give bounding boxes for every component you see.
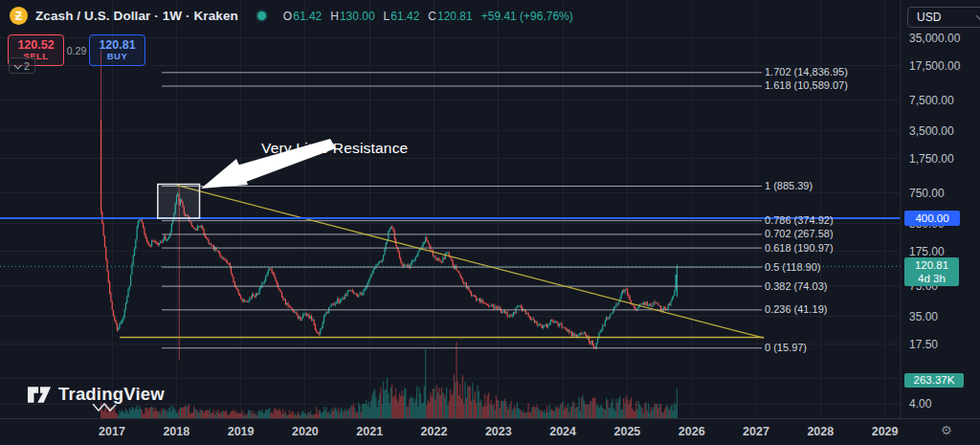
price-tick-label: 3,500.00 bbox=[909, 124, 954, 138]
volume-badge: 263.37K bbox=[904, 373, 964, 388]
object-count: 2 bbox=[24, 60, 30, 72]
year-label: 2023 bbox=[485, 425, 512, 438]
highlight-box-drawing[interactable] bbox=[158, 185, 200, 219]
last-price-badge: 120.81 4d 3h bbox=[904, 257, 959, 286]
price-tick-label: 7,500.00 bbox=[909, 94, 954, 107]
watermark-squiggle-icon bbox=[92, 401, 122, 413]
ohlc-item: C120.81 bbox=[428, 10, 472, 23]
fib-level-label: 1.618 (10,589.07) bbox=[765, 79, 848, 91]
price-tick-label: 1,750.00 bbox=[909, 152, 954, 166]
change-value: +59.41 (+96.76%) bbox=[481, 10, 573, 23]
ohlc-item: L61.42 bbox=[384, 10, 420, 23]
fib-level-label: 0.786 (374.92) bbox=[765, 214, 834, 226]
fib-retracement-lines[interactable] bbox=[162, 73, 762, 348]
fib-level-label: 0.5 (118.90) bbox=[765, 261, 821, 273]
fib-level-label: 0.382 (74.03) bbox=[765, 280, 827, 292]
fib-level-label: 0.236 (41.19) bbox=[765, 303, 827, 315]
fib-level-label: 0.702 (267.58) bbox=[765, 228, 834, 239]
year-label: 2018 bbox=[163, 425, 189, 438]
fib-level-label: 1 (885.39) bbox=[765, 180, 813, 191]
year-label: 2027 bbox=[743, 425, 769, 438]
annotation-text[interactable]: Very Little Resistance bbox=[261, 140, 408, 157]
buy-button[interactable]: 120.81 BUY bbox=[89, 34, 145, 66]
year-label: 2024 bbox=[549, 425, 576, 438]
price-tick-label: 17.50 bbox=[909, 338, 938, 351]
tradingview-chart-window: Ƶ Zcash / U.S. Dollar · 1W · Kraken O61.… bbox=[0, 0, 980, 445]
buy-label: BUY bbox=[107, 52, 127, 61]
year-label: 2019 bbox=[228, 425, 255, 438]
fib-level-label: 1.702 (14,836.95) bbox=[765, 66, 848, 78]
volume-bars bbox=[100, 342, 678, 418]
ohlc-item: O61.42 bbox=[283, 10, 322, 23]
ohlc-item: H130.00 bbox=[330, 10, 374, 23]
zcash-logo-icon: Ƶ bbox=[10, 7, 28, 25]
year-label: 2028 bbox=[807, 425, 834, 438]
symbol-title[interactable]: Zcash / U.S. Dollar · 1W · Kraken bbox=[35, 9, 238, 23]
currency-selected-label: USD bbox=[917, 11, 941, 24]
year-label: 2022 bbox=[421, 425, 448, 438]
chevron-down-icon bbox=[13, 61, 21, 69]
currency-selector[interactable]: USD bbox=[907, 7, 980, 28]
price-tick-label: 17,500.00 bbox=[909, 59, 960, 73]
price-tick-label: 35,000.00 bbox=[909, 32, 960, 45]
last-price-value: 120.81 bbox=[904, 258, 959, 272]
bar-countdown: 4d 3h bbox=[904, 272, 959, 285]
price-tick-label: 175.00 bbox=[909, 245, 945, 258]
year-label: 2017 bbox=[99, 425, 125, 438]
spread-value: 0.29 bbox=[64, 45, 89, 56]
symbol-toolbar: Ƶ Zcash / U.S. Dollar · 1W · Kraken O61.… bbox=[10, 7, 573, 25]
settings-icon[interactable]: ⚙ bbox=[941, 423, 952, 437]
price-line-badge: 400.00 bbox=[904, 211, 960, 226]
fib-level-label: 0.618 (190.97) bbox=[765, 242, 834, 254]
price-tick-label: 4.00 bbox=[909, 397, 931, 411]
year-label: 2021 bbox=[356, 425, 383, 438]
price-tick-label: 750.00 bbox=[909, 187, 945, 200]
year-label: 2025 bbox=[613, 425, 640, 438]
year-label: 2029 bbox=[872, 425, 899, 438]
tradingview-logo-icon bbox=[27, 385, 52, 405]
chevron-down-icon bbox=[976, 11, 980, 21]
fib-level-label: 0 (15.97) bbox=[765, 342, 807, 353]
ohlc-values: O61.42H130.00L61.42C120.81+59.41 (+96.76… bbox=[283, 10, 573, 23]
object-tree-badge[interactable]: 2 bbox=[9, 57, 35, 74]
market-status-icon[interactable] bbox=[257, 11, 266, 20]
year-label: 2026 bbox=[679, 425, 705, 438]
price-tick-label: 35.00 bbox=[909, 310, 938, 323]
year-label: 2020 bbox=[292, 425, 319, 438]
